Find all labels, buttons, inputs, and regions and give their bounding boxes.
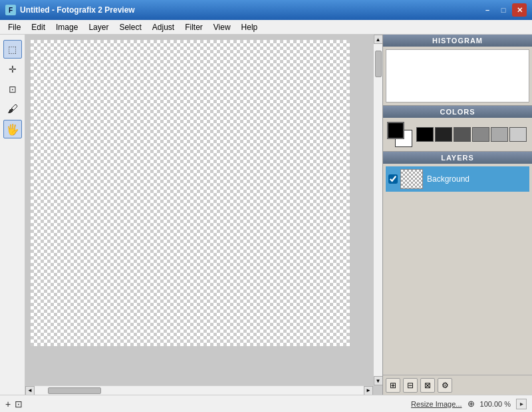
move-tool-button[interactable]: ✛ [3, 60, 22, 79]
colors-header: COLORS [383, 106, 532, 118]
app-icon: F [5, 5, 16, 15]
right-panel: HISTOGRAM COLORS [382, 35, 532, 395]
canvas-content[interactable] [31, 40, 350, 346]
menu-select[interactable]: Select [114, 20, 146, 34]
foreground-color-swatch[interactable] [387, 122, 404, 139]
main-area: ⬚ ✛ ⊡ 🖌 🖐 ▲ ▼ ◄ ► HISTOGRAM COL [0, 35, 532, 395]
canvas-area[interactable]: ▲ ▼ ◄ ► [25, 35, 382, 395]
hscroll-thumb[interactable] [48, 387, 101, 394]
menu-view[interactable]: View [208, 20, 236, 34]
marquee-tool-button[interactable]: ⬚ [3, 40, 22, 59]
vertical-scrollbar[interactable]: ▲ ▼ [373, 35, 382, 385]
fg-bg-swatch[interactable] [387, 122, 412, 147]
horizontal-scrollbar[interactable]: ◄ ► [25, 385, 373, 395]
add-icon[interactable]: + [5, 399, 11, 409]
layers-header: LAYERS [383, 152, 532, 164]
scroll-down-arrow[interactable]: ▼ [374, 376, 383, 385]
scroll-left-arrow[interactable]: ◄ [25, 386, 35, 395]
menu-adjust[interactable]: Adjust [147, 20, 180, 34]
scroll-up-arrow[interactable]: ▲ [374, 35, 383, 44]
resize-image-button[interactable]: Resize Image... [411, 400, 462, 408]
layer-thumbnail [400, 169, 423, 189]
layer-settings-button[interactable]: ⚙ [438, 378, 452, 393]
status-bar: + ⊡ Resize Image... ⊕ 100.00 % ▸ [0, 395, 532, 412]
tool-panel: ⬚ ✛ ⊡ 🖌 🖐 [0, 35, 25, 395]
layers-section: LAYERS Background ⊞ ⊟ ⊠ ⚙ [383, 152, 532, 395]
scroll-right-arrow[interactable]: ► [364, 386, 373, 395]
more-button[interactable]: ▸ [516, 399, 527, 409]
crop-tool-button[interactable]: ⊡ [3, 80, 22, 99]
menu-help[interactable]: Help [236, 20, 263, 34]
color-preset-3[interactable] [472, 127, 489, 142]
canvas-scroll [25, 35, 373, 385]
vscroll-thumb[interactable] [375, 51, 382, 77]
color-preset-2[interactable] [454, 127, 471, 142]
colors-area [383, 118, 532, 151]
duplicate-layer-button[interactable]: ⊟ [403, 378, 418, 393]
status-right: Resize Image... ⊕ 100.00 % ▸ [411, 399, 527, 409]
close-button[interactable]: ✕ [512, 3, 527, 17]
histogram-area [386, 49, 529, 103]
minimize-button[interactable]: – [480, 3, 495, 17]
color-swatches-row [387, 122, 528, 147]
zoom-icon: ⊕ [467, 399, 475, 409]
layer-name: Background [427, 174, 469, 184]
status-crop-icon[interactable]: ⊡ [15, 399, 23, 409]
window-title: Untitled - Fotografix 2 Preview [20, 5, 479, 15]
layers-list: Background [383, 164, 532, 375]
menu-image[interactable]: Image [51, 20, 83, 34]
menu-file[interactable]: File [3, 20, 26, 34]
menu-layer[interactable]: Layer [83, 20, 114, 34]
menu-filter[interactable]: Filter [180, 20, 208, 34]
color-preset-5[interactable] [509, 127, 527, 142]
layer-item-background[interactable]: Background [386, 166, 529, 192]
color-preset-0[interactable] [416, 127, 434, 142]
title-bar: F Untitled - Fotografix 2 Preview – □ ✕ [0, 0, 532, 20]
new-layer-button[interactable]: ⊞ [386, 378, 400, 393]
paint-tool-button[interactable]: 🖌 [3, 100, 22, 118]
histogram-section: HISTOGRAM [383, 35, 532, 106]
hand-tool-button[interactable]: 🖐 [3, 120, 22, 138]
maximize-button[interactable]: □ [496, 3, 511, 17]
layers-tools: ⊞ ⊟ ⊠ ⚙ [383, 375, 532, 395]
color-preset-1[interactable] [435, 127, 452, 142]
colors-section: COLORS [383, 106, 532, 152]
menu-bar: File Edit Image Layer Select Adjust Filt… [0, 20, 532, 35]
menu-edit[interactable]: Edit [26, 20, 51, 34]
delete-layer-button[interactable]: ⊠ [420, 378, 435, 393]
layer-visibility-checkbox[interactable] [388, 174, 398, 184]
status-left: + ⊡ [5, 399, 23, 409]
histogram-header: HISTOGRAM [383, 35, 532, 47]
color-preset-4[interactable] [491, 127, 508, 142]
zoom-level: 100.00 % [480, 400, 511, 408]
